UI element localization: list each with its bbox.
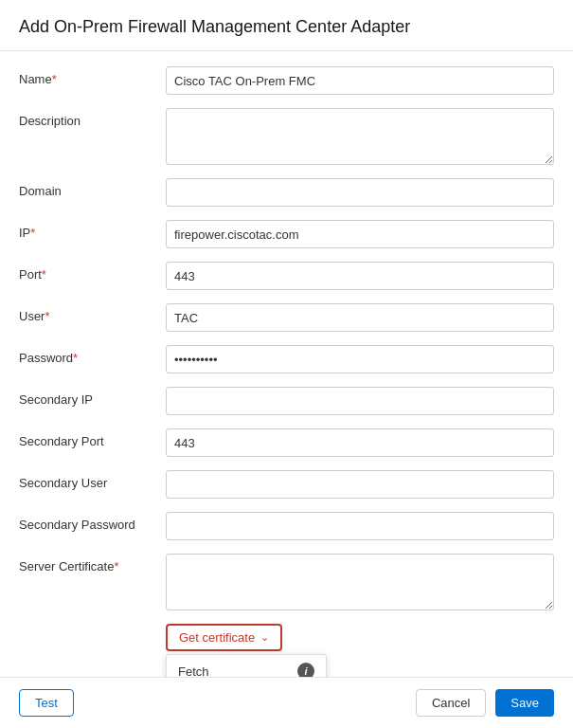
cancel-button[interactable]: Cancel bbox=[416, 689, 486, 717]
label-server-certificate: Server Certificate* bbox=[19, 554, 166, 573]
get-certificate-button[interactable]: Get certificate ⌄ bbox=[166, 624, 282, 651]
input-description[interactable] bbox=[166, 108, 554, 165]
form-area: Name* Description Domain IP* Port* User* bbox=[0, 51, 573, 677]
label-domain: Domain bbox=[19, 178, 166, 198]
form-row-ip: IP* bbox=[19, 220, 554, 248]
footer-bar: Test Cancel Save bbox=[0, 677, 573, 728]
dropdown-item-fetch[interactable]: Fetch i bbox=[167, 655, 326, 677]
input-secondary-user[interactable] bbox=[166, 470, 554, 499]
label-description: Description bbox=[19, 108, 166, 128]
form-row-port: Port* bbox=[19, 262, 554, 290]
input-password[interactable] bbox=[166, 345, 554, 373]
test-button[interactable]: Test bbox=[19, 689, 74, 717]
label-password: Password* bbox=[19, 345, 166, 365]
label-secondary-user: Secondary User bbox=[19, 470, 166, 490]
form-row-secondary-ip: Secondary IP bbox=[19, 387, 554, 415]
input-name[interactable] bbox=[166, 66, 554, 95]
certificate-dropdown: Fetch i Browse from file... i bbox=[166, 654, 327, 677]
footer-right-buttons: Cancel Save bbox=[416, 689, 554, 717]
form-row-secondary-user: Secondary User bbox=[19, 470, 554, 499]
page-title: Add On-Prem Firewall Management Center A… bbox=[0, 0, 573, 51]
input-user[interactable] bbox=[166, 303, 554, 332]
label-secondary-port: Secondary Port bbox=[19, 428, 166, 448]
form-row-user: User* bbox=[19, 303, 554, 332]
form-row-domain: Domain bbox=[19, 178, 554, 207]
input-secondary-ip[interactable] bbox=[166, 387, 554, 415]
label-ip: IP* bbox=[19, 220, 166, 240]
get-certificate-row: Get certificate ⌄ Fetch i Browse from fi… bbox=[19, 624, 554, 651]
label-secondary-ip: Secondary IP bbox=[19, 387, 166, 407]
form-row-secondary-port: Secondary Port bbox=[19, 428, 554, 457]
chevron-down-icon: ⌄ bbox=[260, 631, 269, 644]
input-domain[interactable] bbox=[166, 178, 554, 207]
fetch-label: Fetch bbox=[178, 664, 209, 678]
label-secondary-password: Secondary Password bbox=[19, 512, 166, 532]
label-name: Name* bbox=[19, 66, 166, 86]
input-secondary-password[interactable] bbox=[166, 512, 554, 540]
form-row-name: Name* bbox=[19, 66, 554, 95]
form-row-description: Description bbox=[19, 108, 554, 165]
get-certificate-label: Get certificate bbox=[179, 630, 255, 645]
page-container: Add On-Prem Firewall Management Center A… bbox=[0, 0, 573, 728]
input-port[interactable] bbox=[166, 262, 554, 290]
fetch-info-icon: i bbox=[297, 663, 314, 677]
label-user: User* bbox=[19, 303, 166, 323]
input-ip[interactable] bbox=[166, 220, 554, 248]
form-row-password: Password* bbox=[19, 345, 554, 373]
form-row-secondary-password: Secondary Password bbox=[19, 512, 554, 540]
label-port: Port* bbox=[19, 262, 166, 282]
input-server-certificate[interactable] bbox=[166, 554, 554, 610]
save-button[interactable]: Save bbox=[495, 689, 554, 717]
input-secondary-port[interactable] bbox=[166, 428, 554, 457]
form-row-server-certificate: Server Certificate* bbox=[19, 554, 554, 610]
